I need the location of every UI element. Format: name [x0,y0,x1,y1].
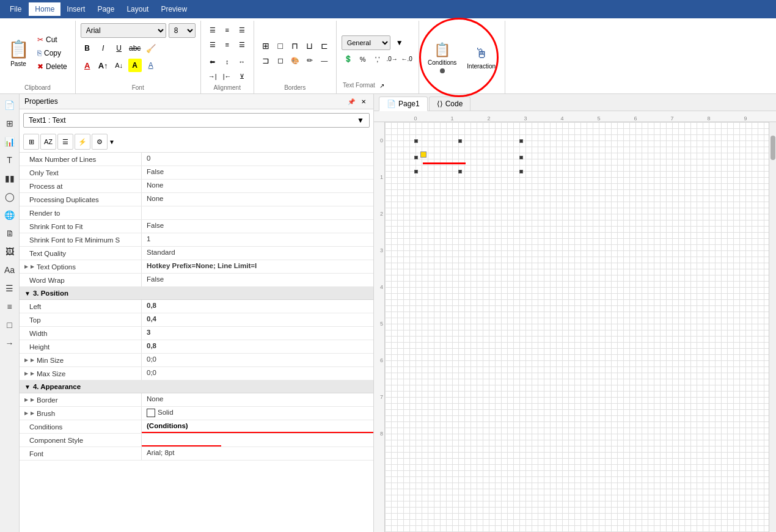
prop-value-brush[interactable]: Solid [142,407,373,420]
menu-preview[interactable]: Preview [155,2,193,16]
section-position[interactable]: ▼ 3. Position [20,287,373,300]
border-top-button[interactable]: ⊓ [288,39,302,53]
prop-value-font[interactable]: Arial; 8pt [142,447,373,460]
italic-button[interactable]: I [97,42,110,55]
cut-button[interactable]: ✂ Cut [34,34,70,46]
canvas-vscroll[interactable] [769,122,776,532]
distribute-button[interactable]: ↔ [235,55,249,68]
close-button[interactable]: ✕ [359,97,368,106]
align-left-top-button[interactable]: ☰ [206,23,219,37]
text-format-expand-btn[interactable]: ↗ [376,79,387,92]
sidebar-globe-icon[interactable]: 🌐 [1,206,18,224]
prop-value-onlytext[interactable]: False [142,166,373,179]
prop-value-textopts[interactable]: Hotkey Prefix=None; Line Limit=l [142,260,373,273]
align-center-top-button[interactable]: ≡ [221,23,234,37]
prop-value-maxsize[interactable]: 0;0 [142,367,373,380]
inc-decimal-btn[interactable]: .0→ [386,53,399,66]
text-dir-button[interactable]: ⊻ [235,70,249,83]
indent-button[interactable]: →| [206,70,219,83]
border-bottom-button[interactable]: ⊔ [303,39,317,53]
menu-layout[interactable]: Layout [120,2,155,16]
sidebar-page-icon[interactable]: 📄 [1,97,18,114]
prop-value-width[interactable]: 3 [142,327,373,340]
prop-value-height[interactable]: 0,8 [142,340,373,353]
align-left-bot-button[interactable]: ⬅ [206,55,219,68]
currency-btn[interactable]: 💲 [342,53,355,66]
prop-value-processat[interactable]: None [142,180,373,192]
menu-home[interactable]: Home [29,2,60,16]
align-right-top-button[interactable]: ☰ [235,23,249,37]
sidebar-image-icon[interactable]: 🖼 [1,243,18,260]
prop-value-procdup[interactable]: None [142,193,373,206]
sidebar-list-icon[interactable]: ☰ [1,280,18,297]
code-tab[interactable]: ⟨⟩ Code [429,97,471,111]
align-center-mid-button[interactable]: ≡ [221,38,234,51]
sidebar-shape-icon[interactable]: ◯ [1,188,18,205]
prop-value-wordwrap[interactable]: False [142,274,373,286]
font-highlight-button[interactable]: A [128,59,142,72]
dec-decimal-btn[interactable]: ←.0 [400,53,414,66]
border-left-button[interactable]: ⊏ [318,39,331,53]
strikethrough-button[interactable]: abc [128,42,142,55]
font-color-button[interactable]: A [81,59,94,72]
menu-insert[interactable]: Insert [60,2,91,16]
prop-sort-button[interactable]: AZ [40,134,56,150]
object-selector[interactable]: Text1 : Text ▼ [23,113,370,128]
prop-value-textquality[interactable]: Standard [142,247,373,260]
sidebar-chart-icon[interactable]: 📊 [1,133,18,150]
border-right-button[interactable]: ⊐ [259,54,273,67]
prop-value-conditions[interactable]: (Conditions) [142,420,373,433]
prop-value-shrinkfit[interactable]: False [142,220,373,233]
border-all-button[interactable]: ⊞ [259,39,273,53]
pin-button[interactable]: 📌 [346,97,356,106]
pen-button[interactable]: ✏ [303,54,317,67]
prop-lightning-button[interactable]: ⚡ [75,134,90,150]
section-appearance[interactable]: ▼ 4. Appearance [20,381,373,393]
grid-canvas[interactable] [385,122,769,532]
prop-value-compstyle[interactable] [142,434,373,446]
clear-format-button[interactable]: 🧹 [144,42,158,55]
sidebar-box-icon[interactable]: □ [1,316,18,333]
format-dropdown-btn[interactable]: ▼ [393,36,406,49]
prop-value-top[interactable]: 0,4 [142,313,373,326]
copy-button[interactable]: ⎘ Copy [34,47,70,59]
prop-value-minsize[interactable]: 0;0 [142,354,373,366]
sep-btn[interactable]: ',' [371,53,384,66]
prop-grid-button[interactable]: ⊞ [23,134,39,150]
conditions-button[interactable]: 📋 Conditions [424,40,461,76]
page1-tab[interactable]: 📄 Page1 [379,97,428,111]
align-right-mid-button[interactable]: ☰ [235,38,249,51]
fill-color-button[interactable]: 🎨 [288,54,302,67]
font-grow-button[interactable]: A↑ [97,59,110,72]
bg-color-button[interactable]: A [144,59,158,72]
delete-button[interactable]: ✖ Delete [34,60,70,73]
paste-button[interactable]: 📋 Paste [5,35,32,71]
border-style-button[interactable]: — [318,54,331,67]
prop-gear-button[interactable]: ⚙ [92,134,108,150]
sidebar-format-icon[interactable]: Aa [1,261,18,279]
prop-value-renderto[interactable] [142,206,373,219]
font-size-select[interactable]: 8 [169,23,196,38]
prop-value-border[interactable]: None [142,393,373,406]
border-none-button[interactable]: ◻ [274,54,287,67]
prop-value-maxlines[interactable]: 0 [142,153,373,166]
prop-value-shrinkmin[interactable]: 1 [142,233,373,246]
font-shrink-button[interactable]: A↓ [112,59,126,72]
scroll-thumb[interactable] [771,136,775,160]
font-family-select[interactable]: Arial [81,23,166,38]
prop-list-button[interactable]: ☰ [57,134,73,150]
interaction-button[interactable]: 🖱 Interaction [463,40,500,76]
align-left-mid-button[interactable]: ☰ [206,38,219,51]
bold-button[interactable]: B [81,42,94,55]
sidebar-arrow-icon[interactable]: → [1,335,18,352]
sidebar-doc-icon[interactable]: 🗎 [1,225,18,242]
sidebar-list2-icon[interactable]: ≡ [1,298,18,315]
text-format-select[interactable]: General [342,35,390,50]
menu-page[interactable]: Page [91,2,120,16]
sidebar-text-icon[interactable]: T [1,151,18,169]
file-menu[interactable]: File [2,0,29,18]
sidebar-barcode-icon[interactable]: ▮▮ [1,170,18,187]
outdent-button[interactable]: |← [221,70,234,83]
border-outer-button[interactable]: □ [274,39,287,53]
prop-value-left[interactable]: 0,8 [142,300,373,313]
